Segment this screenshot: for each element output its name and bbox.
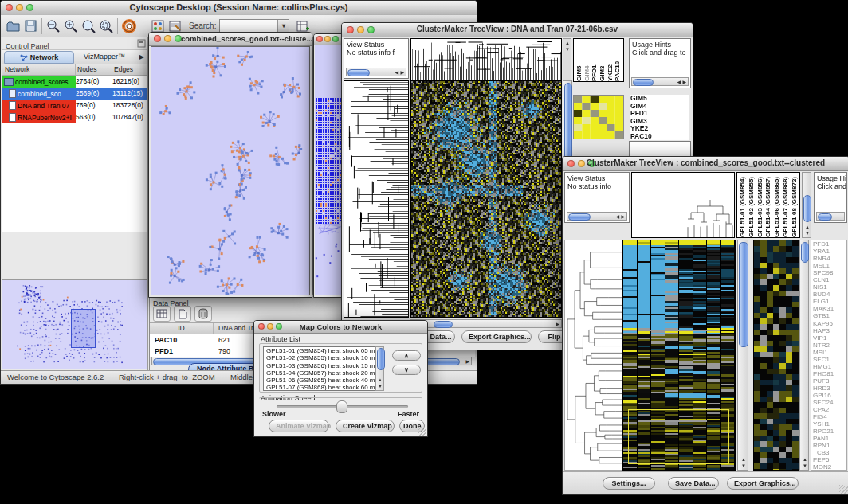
search-input[interactable] [220, 20, 277, 33]
global-heatmap[interactable] [623, 240, 735, 470]
scroll-up-icon[interactable]: ▲ [378, 377, 383, 382]
scroll-right-icon[interactable]: ▶ [465, 359, 469, 364]
vscroll-thumb[interactable] [801, 242, 809, 263]
attribute-list-item[interactable]: GPL51-07 (GSM868) heat shock 60 min [266, 384, 383, 391]
gene-label[interactable]: HAP3 [813, 327, 846, 334]
column-label[interactable]: GPL51-08 (GSM872) [791, 173, 799, 237]
zoom-heatmap[interactable] [754, 240, 799, 470]
move-up-button[interactable]: ∧ [392, 350, 421, 361]
scroll-down-icon[interactable]: ▼ [805, 231, 810, 236]
tab-vizmapper[interactable]: VizMapper™ [74, 50, 135, 64]
view-status-hscrollbar[interactable]: ◀ ▶ [567, 212, 627, 221]
scroll-left-icon[interactable]: ◀ [677, 80, 681, 84]
column-label[interactable]: PAC10 [614, 39, 622, 81]
zoom-vscrollbar[interactable]: ▲ ▼ [799, 240, 809, 471]
gene-label[interactable]: PEP5 [813, 456, 846, 463]
settings-button[interactable]: Settings... [603, 477, 655, 490]
heatmap-vscrollbar[interactable]: ▲ ▼ [737, 240, 748, 471]
vscroll-thumb[interactable] [803, 195, 811, 222]
save-data-button[interactable]: Save Data... [668, 477, 719, 490]
column-label[interactable]: GIM3 [599, 39, 607, 81]
attribute-list-item[interactable]: GPL51-03 (GSM856) heat shock 15 min [266, 362, 383, 369]
gene-label[interactable]: RPN1 [813, 442, 846, 449]
column-label[interactable]: GPL51-06 (GSM865) [773, 173, 782, 237]
column-dendrogram[interactable] [632, 173, 734, 237]
treeview1-titlebar[interactable]: ClusterMaker TreeView : DNA and Tran 07-… [342, 23, 693, 37]
gene-label[interactable]: GPI16 [813, 392, 846, 399]
column-label[interactable]: GIM4 [583, 39, 591, 81]
scroll-up-icon[interactable]: ▲ [803, 457, 807, 462]
gene-label[interactable]: ELG1 [813, 298, 846, 305]
gene-label[interactable]: MSI1 [813, 349, 846, 356]
treeview2-titlebar[interactable]: ClusterMaker TreeView : combined_scores_… [563, 157, 848, 171]
scroll-right-icon[interactable]: ▶ [556, 322, 559, 326]
column-label[interactable]: GPL51-03 (GSM856) [756, 173, 765, 237]
column-label[interactable]: GPL51-02 (GSM855) [748, 173, 756, 237]
attribute-list-item[interactable]: GPL51-06 (GSM865) heat shock 40 min [266, 377, 383, 384]
column-label[interactable]: YKE2 [607, 39, 614, 81]
gene-label[interactable]: HRD3 [813, 385, 846, 392]
attribute-list-item[interactable]: GPL51-01 (GSM854) heat shock 05 min [266, 347, 383, 354]
search-dropdown-icon[interactable]: ▾ [277, 20, 289, 33]
main-titlebar[interactable]: Cytoscape Desktop (Session Name: collins… [1, 1, 477, 16]
view-status-hscrollbar[interactable]: ◀ ▶ [346, 68, 406, 76]
scroll-down-icon[interactable]: ▼ [803, 463, 807, 468]
row-dendrogram[interactable] [565, 240, 622, 470]
global-heatmap[interactable] [411, 81, 561, 317]
gene-label[interactable]: GTB1 [813, 312, 846, 319]
close-button[interactable] [154, 35, 161, 42]
scroll-up-icon[interactable]: ▲ [805, 225, 810, 229]
gene-label[interactable]: SEC24 [813, 399, 846, 406]
scroll-down-icon[interactable]: ▼ [741, 463, 746, 468]
help-lifesaver-icon[interactable] [120, 18, 138, 35]
minimize-button[interactable] [324, 36, 331, 42]
network-graph-canvas[interactable] [151, 47, 309, 295]
usage-hints-hscrollbar[interactable]: ◀ ▶ [631, 77, 689, 86]
gene-label[interactable]: PUF3 [813, 377, 846, 385]
scroll-down-icon[interactable]: ▼ [565, 47, 570, 52]
dialog-titlebar[interactable]: Map Colors to Network [254, 321, 427, 334]
gene-label[interactable]: TCB3 [813, 449, 846, 456]
gene-label[interactable]: PAN1 [813, 435, 846, 442]
export-graphics-button[interactable]: Export Graphics... [727, 477, 799, 490]
row-dendrogram[interactable] [344, 81, 408, 317]
tab-overflow-arrow-icon[interactable]: ▶ [135, 50, 147, 64]
delete-attribute-icon[interactable] [194, 306, 212, 322]
animate-vizmap-button[interactable]: Animate Vizmap [269, 420, 329, 432]
gene-label[interactable]: HMG1 [813, 363, 846, 370]
attribute-list-item[interactable]: GPL51-04 (GSM857) heat shock 20 min [266, 369, 383, 377]
zoom-selected-icon[interactable] [97, 18, 115, 35]
gene-label[interactable]: RPO21 [813, 428, 846, 435]
column-label[interactable]: GPL51-07 (GSM868) [782, 173, 791, 237]
minimize-button[interactable] [164, 35, 171, 42]
gene-label[interactable]: SEC1 [813, 356, 846, 363]
gene-label[interactable]: VIP1 [813, 334, 846, 342]
hscroll-thumb[interactable] [818, 213, 832, 221]
gene-label[interactable]: NTR2 [813, 342, 846, 349]
scroll-left-icon[interactable]: ◀ [615, 214, 619, 219]
scroll-left-icon[interactable]: ◀ [395, 70, 398, 75]
gene-label[interactable]: BUD4 [813, 291, 846, 298]
vscroll-thumb[interactable] [739, 242, 748, 347]
attribute-list-item[interactable]: GPL51-02 (GSM855) heat shock 10 min [266, 354, 383, 361]
gene-label[interactable]: PHO81 [813, 370, 846, 377]
zoom-in-icon[interactable] [62, 18, 80, 35]
column-label[interactable]: GIM5 [575, 39, 583, 81]
gene-label[interactable]: PFD1 [813, 240, 846, 248]
heatmap-hscrollbar[interactable]: ▶ [410, 319, 562, 328]
resize-grip[interactable] [418, 427, 426, 436]
column-label[interactable]: GPL51-04 (GSM857) [764, 173, 773, 237]
gene-label[interactable]: NIS1 [813, 283, 846, 291]
zoom-heatmap[interactable] [574, 96, 623, 139]
network-birdseye-view[interactable] [2, 280, 147, 369]
close-button[interactable] [316, 36, 323, 42]
row-label[interactable]: PAC10 [630, 133, 689, 141]
hscroll-thumb[interactable] [347, 69, 370, 76]
scroll-up-icon[interactable]: ▲ [741, 457, 746, 462]
column-dendrogram[interactable] [411, 39, 561, 81]
move-down-button[interactable]: ∨ [392, 365, 421, 375]
hscroll-thumb[interactable] [568, 213, 591, 221]
float-panel-icon[interactable] [136, 38, 146, 48]
gene-label[interactable]: MSL1 [813, 262, 846, 269]
open-session-button[interactable] [4, 18, 22, 35]
